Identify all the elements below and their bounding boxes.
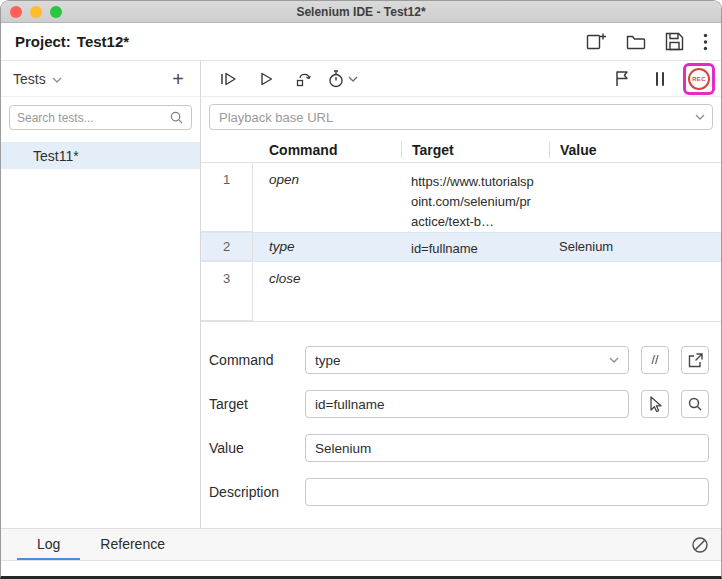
project-name: Test12* [77,33,129,50]
run-current-test-button[interactable] [251,65,281,93]
tab-log-label: Log [37,536,60,552]
titlebar: Selenium IDE - Test12* [1,1,721,23]
circle-slash-icon [691,536,709,554]
window-title: Selenium IDE - Test12* [1,5,721,19]
target-cell: id=fullname [401,233,549,261]
chevron-down-icon [348,76,358,82]
commands-table-body: 1 open https://www.tutorialspoint.com/se… [201,163,721,321]
command-cell: type [253,233,401,261]
more-options-button[interactable] [703,33,708,51]
new-project-button[interactable] [586,32,607,51]
search-icon [687,396,703,412]
play-icon [256,69,276,89]
open-project-button[interactable] [626,33,646,51]
disable-breakpoints-button[interactable] [607,65,637,93]
row-number: 3 [201,262,253,321]
table-row[interactable]: 1 open https://www.tutorialspoint.com/se… [201,163,721,232]
new-project-icon [586,32,607,51]
flag-icon [613,69,631,88]
record-button-highlight: REC [683,63,715,95]
external-link-icon [687,352,704,369]
test-search-input[interactable] [17,111,169,125]
cursor-icon [647,395,664,413]
column-value: Value [549,142,721,158]
zoom-window-button[interactable] [50,6,62,18]
playback-toolbar: REC [201,61,721,97]
save-project-button[interactable] [665,32,684,51]
test-list-item[interactable]: Test11* [1,142,200,169]
playback-base-url-row [201,97,721,137]
playback-base-url-wrap [209,104,713,130]
search-icon [169,110,184,125]
kebab-menu-icon [703,33,708,51]
table-row[interactable]: 3 close [201,262,721,321]
stopwatch-icon [327,69,345,89]
select-target-button[interactable] [641,390,669,418]
find-target-button[interactable] [681,390,709,418]
project-header: Project:Test12* [1,23,721,60]
value-cell: Selenium [549,233,721,261]
value-field-label: Value [209,440,305,456]
selenium-ide-window: Selenium IDE - Test12* Project:Test12* T… [0,0,722,579]
save-icon [665,32,684,51]
column-target: Target [401,142,549,158]
target-input[interactable] [305,390,629,418]
add-test-button[interactable]: + [168,69,188,89]
value-input[interactable] [305,434,709,462]
value-cell [549,262,721,321]
tests-dropdown[interactable]: Tests [13,71,62,87]
tab-log[interactable]: Log [17,529,80,560]
commands-table-header: Command Target Value [201,137,721,163]
run-all-icon [218,69,238,89]
step-over-button[interactable] [289,65,319,93]
target-cell [401,262,549,321]
command-edit-form: Command type // Target Value Description [201,321,721,528]
playback-base-url-input[interactable] [209,104,713,130]
chevron-down-icon [52,77,62,83]
description-form-row: Description [209,478,709,506]
toggle-comment-button[interactable]: // [641,346,669,374]
row-number: 2 [201,233,253,261]
target-cell: https://www.tutorialspoint.com/selenium/… [401,163,549,232]
command-select-value: type [315,353,341,368]
close-window-button[interactable] [10,6,22,18]
test-speed-button[interactable] [327,65,358,93]
test-search-box [9,105,192,130]
tests-sidebar: Tests + Test11* [1,60,201,528]
clear-log-button[interactable] [691,536,709,554]
main-panel: REC Command Target Value 1 open https://… [201,60,721,528]
project-actions [586,32,708,51]
tab-reference-label: Reference [100,536,165,552]
command-cell: open [253,163,401,232]
table-row-selected[interactable]: 2 type id=fullname Selenium [201,232,721,262]
column-command: Command [253,142,401,158]
description-input[interactable] [305,478,709,506]
pause-icon [652,70,668,88]
target-field-label: Target [209,396,305,412]
row-number: 1 [201,163,253,232]
value-cell [549,163,721,232]
open-folder-icon [626,33,646,51]
run-all-tests-button[interactable] [213,65,243,93]
test-name: Test11* [33,148,79,164]
tests-dropdown-label: Tests [13,71,46,87]
value-form-row: Value [209,434,709,462]
tab-reference[interactable]: Reference [80,529,185,560]
open-in-new-window-button[interactable] [681,346,709,374]
project-title: Project:Test12* [15,33,129,50]
footer-tabbar: Log Reference [1,528,721,561]
chevron-down-icon [609,357,619,363]
step-over-icon [294,69,314,89]
tests-header: Tests + [1,61,200,97]
target-form-row: Target [209,390,709,418]
command-form-row: Command type // [209,346,709,374]
command-select[interactable]: type [305,346,629,374]
minimize-window-button[interactable] [30,6,42,18]
description-field-label: Description [209,484,305,500]
traffic-lights [10,6,62,18]
record-button[interactable]: REC [688,68,710,90]
pause-on-exceptions-button[interactable] [645,65,675,93]
command-field-label: Command [209,352,305,368]
command-cell: close [253,262,401,321]
project-label: Project: [15,33,71,50]
